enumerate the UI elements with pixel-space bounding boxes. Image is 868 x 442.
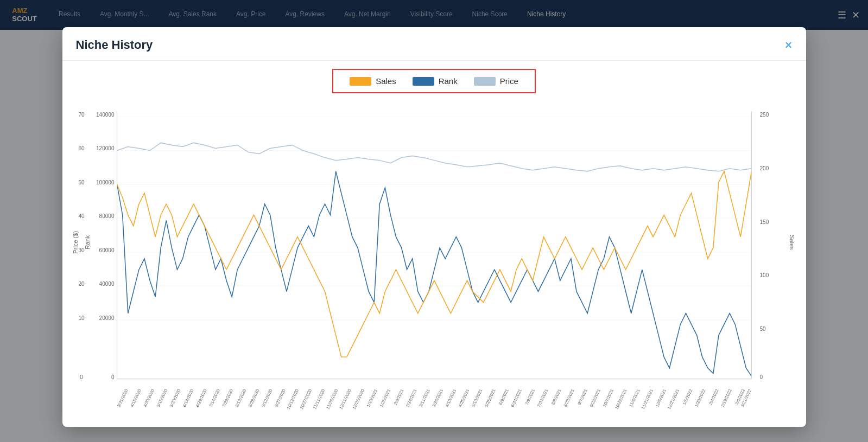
svg-text:1/20/2022: 1/20/2022: [694, 388, 707, 408]
svg-text:250: 250: [759, 112, 769, 118]
legend-rank: Rank: [413, 76, 458, 86]
svg-text:Rank: Rank: [84, 235, 91, 249]
modal-overlay: Niche History × Sales Rank Price: [0, 0, 868, 442]
svg-text:3/11/2021: 3/11/2021: [418, 388, 431, 408]
chart-svg: 70 60 50 40 30 20 10 0 Price ($) 140000 …: [73, 101, 795, 416]
svg-text:5/30/2020: 5/30/2020: [169, 388, 182, 408]
svg-text:7/29/2020: 7/29/2020: [221, 388, 234, 408]
svg-text:12/11/2020: 12/11/2020: [338, 388, 352, 410]
svg-text:6/24/2021: 6/24/2021: [510, 388, 523, 408]
svg-text:3/31/2020: 3/31/2020: [116, 388, 129, 408]
legend-price-label: Price: [500, 76, 518, 86]
svg-text:10/27/2020: 10/27/2020: [299, 388, 312, 410]
svg-text:4/25/2021: 4/25/2021: [458, 388, 471, 408]
legend-sales: Sales: [350, 76, 396, 86]
svg-text:100000: 100000: [96, 180, 114, 185]
svg-text:7/9/2021: 7/9/2021: [524, 388, 536, 406]
svg-text:4/30/2020: 4/30/2020: [142, 388, 155, 408]
svg-text:2/24/2021: 2/24/2021: [405, 388, 418, 408]
svg-text:150: 150: [759, 219, 769, 225]
svg-text:2/9/2021: 2/9/2021: [392, 388, 404, 406]
svg-text:10/12/2020: 10/12/2020: [286, 388, 299, 410]
svg-text:50: 50: [78, 180, 85, 185]
svg-text:2/4/2022: 2/4/2022: [708, 388, 720, 406]
svg-text:11/11/2020: 11/11/2020: [312, 388, 326, 410]
svg-text:1/10/2021: 1/10/2021: [365, 388, 378, 408]
svg-text:20000: 20000: [99, 315, 114, 321]
svg-text:70: 70: [78, 112, 85, 118]
svg-text:5/10/2021: 5/10/2021: [471, 388, 484, 408]
svg-text:9/27/2020: 9/27/2020: [274, 388, 287, 408]
svg-text:1/5/2022: 1/5/2022: [681, 388, 693, 406]
svg-text:6/29/2020: 6/29/2020: [195, 388, 208, 408]
svg-text:8/13/2020: 8/13/2020: [234, 388, 247, 408]
svg-text:120000: 120000: [96, 146, 114, 152]
svg-text:3/26/2021: 3/26/2021: [431, 388, 444, 408]
svg-text:12/26/2020: 12/26/2020: [351, 388, 365, 410]
svg-text:4/10/2021: 4/10/2021: [444, 388, 457, 408]
svg-text:0: 0: [111, 374, 114, 380]
svg-text:4/15/2020: 4/15/2020: [129, 388, 142, 408]
svg-text:Sales: Sales: [788, 235, 795, 250]
svg-text:20: 20: [78, 281, 85, 287]
svg-text:9/12/2020: 9/12/2020: [261, 388, 274, 408]
niche-history-modal: Niche History × Sales Rank Price: [62, 27, 806, 427]
svg-text:9/7/2021: 9/7/2021: [576, 388, 588, 406]
legend-sales-label: Sales: [376, 76, 396, 86]
svg-text:6/9/2021: 6/9/2021: [498, 388, 510, 406]
svg-text:140000: 140000: [96, 112, 114, 118]
svg-text:80000: 80000: [99, 213, 114, 219]
svg-text:11/6/2021: 11/6/2021: [628, 388, 641, 408]
svg-text:12/21/2021: 12/21/2021: [667, 388, 680, 410]
modal-header: Niche History ×: [62, 27, 806, 61]
svg-text:6/14/2020: 6/14/2020: [182, 388, 195, 408]
modal-body: Sales Rank Price: [62, 61, 806, 427]
svg-text:5/25/2021: 5/25/2021: [484, 388, 497, 408]
svg-text:0: 0: [759, 374, 763, 380]
chart-legend: Sales Rank Price: [332, 69, 536, 93]
legend-rank-label: Rank: [439, 76, 458, 86]
svg-text:7/24/2021: 7/24/2021: [536, 388, 549, 408]
svg-text:9/22/2021: 9/22/2021: [588, 388, 601, 408]
svg-text:0: 0: [80, 374, 83, 380]
modal-close-button[interactable]: ×: [784, 39, 792, 52]
svg-text:10: 10: [78, 315, 85, 321]
svg-text:40: 40: [78, 213, 85, 219]
svg-text:5/15/2020: 5/15/2020: [155, 388, 168, 408]
svg-text:7/14/2020: 7/14/2020: [208, 388, 221, 408]
legend-price-color: [474, 77, 496, 86]
svg-text:8/8/2021: 8/8/2021: [550, 388, 562, 406]
svg-text:10/22/2021: 10/22/2021: [614, 388, 628, 410]
svg-text:8/23/2021: 8/23/2021: [562, 388, 575, 408]
svg-text:60: 60: [78, 146, 85, 152]
svg-text:11/21/2021: 11/21/2021: [640, 388, 654, 410]
modal-title: Niche History: [76, 38, 153, 52]
svg-text:2/19/2022: 2/19/2022: [720, 388, 733, 408]
svg-text:Price ($): Price ($): [73, 231, 79, 254]
chart-container: 70 60 50 40 30 20 10 0 Price ($) 140000 …: [73, 101, 795, 416]
svg-text:50: 50: [759, 326, 766, 332]
svg-text:60000: 60000: [99, 247, 114, 253]
legend-price: Price: [474, 76, 518, 86]
svg-text:200: 200: [759, 165, 769, 171]
svg-text:8/28/2020: 8/28/2020: [248, 388, 261, 408]
svg-rect-0: [117, 111, 751, 379]
svg-text:12/6/2021: 12/6/2021: [654, 388, 667, 408]
svg-text:10/7/2021: 10/7/2021: [602, 388, 615, 408]
legend-rank-color: [413, 77, 434, 86]
svg-text:40000: 40000: [99, 281, 114, 287]
svg-text:11/26/2020: 11/26/2020: [325, 388, 339, 410]
legend-sales-color: [350, 77, 371, 86]
svg-text:100: 100: [759, 272, 769, 278]
svg-text:1/25/2021: 1/25/2021: [378, 388, 391, 408]
